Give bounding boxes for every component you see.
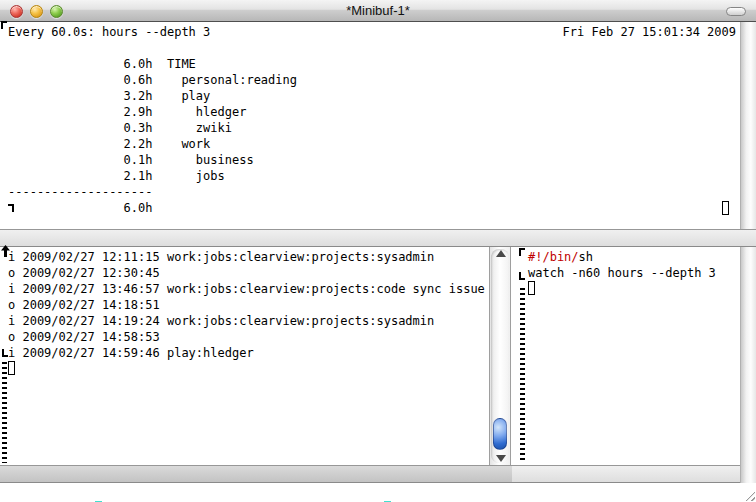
- report-line: 2.2h work: [8, 136, 297, 152]
- command-line: watch -n60 hours --depth 3: [528, 265, 716, 281]
- modeline-watchhours[interactable]: --:-- watchhours All (3,0): [512, 465, 740, 483]
- buffer-start-icon: [1, 21, 7, 29]
- timelog-line: i 2009/02/27 14:19:24 work:jobs:clearvie…: [8, 313, 485, 329]
- timelog-line: i 2009/02/27 13:46:57 work:jobs:clearvie…: [8, 281, 485, 297]
- buffer-end-icon: [519, 272, 525, 280]
- timelog-line: i 2009/02/27 12:11:15 work:jobs:clearvie…: [8, 249, 485, 265]
- empty-lines-indicator: [520, 288, 525, 463]
- watchhours-buffer[interactable]: #!/bin/sh watch -n60 hours --depth 3: [511, 247, 740, 465]
- modeline-ansi-term[interactable]: -u:** *ansi-term* All (13,101) (Term: ch…: [0, 229, 756, 247]
- report-line: 0.3h zwiki: [8, 120, 297, 136]
- report-line: 6.0h TIME: [8, 56, 297, 72]
- empty-lines-indicator: [2, 362, 7, 463]
- resize-grip-icon[interactable]: [743, 489, 755, 501]
- scroll-down-icon[interactable]: [496, 455, 506, 462]
- script-cursor: [528, 281, 535, 295]
- report-line: 2.1h jobs: [8, 168, 297, 184]
- hours-report: 6.0h TIME 0.6h personal:reading 3.2h pla…: [8, 56, 297, 216]
- scrollbar-thumb[interactable]: [493, 418, 507, 450]
- timelog-buffer[interactable]: i 2009/02/27 12:11:15 work:jobs:clearvie…: [0, 247, 489, 465]
- buffer-end-icon: [8, 204, 14, 212]
- report-line: 3.2h play: [8, 88, 297, 104]
- timelog-scrollbar[interactable]: [489, 247, 511, 465]
- modeline-timelog[interactable]: --:-- current.timelog Bot (3726,0) darcs…: [0, 465, 512, 483]
- timelog-cursor: [8, 361, 15, 375]
- report-line: 0.1h business: [8, 152, 297, 168]
- script-scrollbar[interactable]: [740, 247, 756, 483]
- buffer-start-icon: [519, 248, 525, 256]
- report-separator: --------------------: [8, 184, 297, 200]
- window-title: *Minibuf-1*: [0, 3, 756, 18]
- shebang-comment: #!/bin/: [528, 250, 579, 264]
- term-scrollbar[interactable]: [740, 22, 756, 229]
- shebang-interpreter: sh: [579, 250, 593, 264]
- watch-timestamp: Fri Feb 27 15:01:34 2009: [563, 24, 736, 40]
- minibuffer[interactable]: Redo: (ansi-term "/Users/simon/bin/watch…: [0, 483, 756, 502]
- ansi-term-buffer[interactable]: Every 60.0s: hours --depth 3 Fri Feb 27 …: [0, 22, 740, 229]
- watch-header: Every 60.0s: hours --depth 3: [8, 24, 210, 40]
- emacs-window: *Minibuf-1* Every 60.0s: hours --depth 3…: [0, 0, 756, 502]
- buffer-end-icon: [2, 349, 8, 357]
- scroll-up-icon[interactable]: [496, 250, 506, 257]
- timelog-line: i 2009/02/27 14:59:46 play:hledger: [8, 345, 485, 361]
- report-line: 2.9h hledger: [8, 104, 297, 120]
- titlebar[interactable]: *Minibuf-1*: [0, 0, 756, 22]
- report-line: 0.6h personal:reading: [8, 72, 297, 88]
- timelog-line: o 2009/02/27 14:18:51: [8, 297, 485, 313]
- buffer-continues-above-icon: [1, 245, 10, 257]
- timelog-line: o 2009/02/27 12:30:45: [8, 265, 485, 281]
- report-line: 6.0h: [8, 200, 297, 216]
- term-cursor: [722, 201, 729, 215]
- timelog-line: o 2009/02/27 14:58:53: [8, 329, 485, 345]
- shebang-line: #!/bin/sh: [528, 249, 716, 265]
- toolbar-toggle-icon[interactable]: [726, 7, 746, 16]
